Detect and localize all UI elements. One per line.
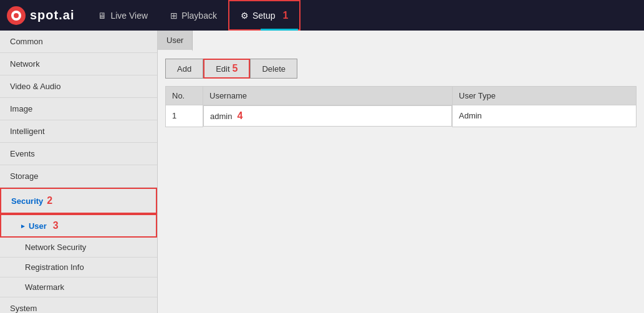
tab-playback-label: Playback <box>181 11 217 21</box>
svg-point-2 <box>14 13 19 18</box>
user-table: No. Username User Type 1 admin 4 Admin <box>165 86 637 127</box>
logo-text: spot.ai <box>30 8 74 22</box>
sidebar-item-network[interactable]: Network <box>0 53 157 75</box>
sidebar-subitem-registration-info[interactable]: Registration Info <box>0 258 157 277</box>
content-tab-user[interactable]: User <box>158 31 193 51</box>
annotation-5: 5 <box>233 63 238 74</box>
sidebar-subitem-network-security[interactable]: Network Security <box>0 238 157 258</box>
tab-live-view-label: Live View <box>110 11 148 21</box>
sidebar-item-events[interactable]: Events <box>0 143 157 165</box>
sidebar-subitem-watermark[interactable]: Watermark <box>0 277 157 297</box>
annotation-4: 4 <box>237 110 243 122</box>
main-layout: Common Network Video & Audio Image Intel… <box>0 31 644 313</box>
sidebar: Common Network Video & Audio Image Intel… <box>0 31 158 313</box>
sidebar-item-common[interactable]: Common <box>0 31 157 53</box>
chevron-right-icon: ► <box>20 223 26 229</box>
table-header-row: No. Username User Type <box>166 87 637 105</box>
annotation-2: 2 <box>47 195 52 206</box>
sidebar-item-image[interactable]: Image <box>0 98 157 120</box>
sidebar-item-intelligent[interactable]: Intelligent <box>0 120 157 143</box>
annotation-3: 3 <box>53 220 59 231</box>
live-view-icon: 🖥 <box>98 11 107 21</box>
tab-setup[interactable]: ⚙ Setup 1 <box>228 0 301 31</box>
sidebar-item-system[interactable]: System <box>0 297 157 313</box>
delete-button[interactable]: Delete <box>250 59 297 79</box>
edit-button[interactable]: Edit 5 <box>203 59 250 79</box>
logo: spot.ai <box>6 6 74 26</box>
setup-icon: ⚙ <box>241 11 249 21</box>
col-username: Username <box>203 87 453 105</box>
sidebar-item-storage[interactable]: Storage <box>0 165 157 188</box>
action-buttons: Add Edit 5 Delete <box>165 59 637 79</box>
annotation-1: 1 <box>283 10 289 21</box>
table-area: Add Edit 5 Delete No. Username User Type <box>158 51 644 135</box>
cell-no: 1 <box>166 105 203 127</box>
sidebar-subitem-user[interactable]: ► User 3 <box>0 214 157 238</box>
tab-playback[interactable]: ⊞ Playback <box>159 0 228 31</box>
cell-username: admin 4 <box>203 105 452 127</box>
add-button[interactable]: Add <box>165 59 203 79</box>
cell-user-type: Admin <box>453 105 637 127</box>
playback-icon: ⊞ <box>170 11 178 21</box>
table-row[interactable]: 1 admin 4 Admin <box>166 105 637 127</box>
tab-setup-label: Setup <box>252 11 276 21</box>
sidebar-item-security[interactable]: Security 2 <box>0 188 157 214</box>
content-area: User Add Edit 5 Delete No. Username User… <box>158 31 644 313</box>
col-no: No. <box>166 87 203 105</box>
logo-icon <box>6 6 26 26</box>
tab-live-view[interactable]: 🖥 Live View <box>87 0 159 31</box>
col-user-type: User Type <box>453 87 637 105</box>
sidebar-item-video-audio[interactable]: Video & Audio <box>0 75 157 98</box>
